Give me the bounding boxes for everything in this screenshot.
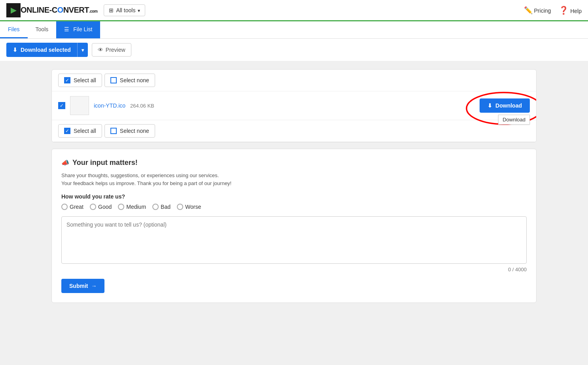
feedback-subtitle-line1: Share your thoughts, suggestions, or exp… [61, 172, 219, 178]
pricing-icon: ✏️ [524, 6, 533, 14]
rate-label: How would you rate us? [61, 193, 527, 200]
rating-great[interactable]: Great [61, 204, 83, 210]
pricing-link[interactable]: ✏️ Pricing [524, 6, 551, 15]
download-selected-wrapper: ⬇ Download selected [6, 43, 88, 57]
rating-medium[interactable]: Medium [118, 204, 146, 210]
file-thumbnail [70, 96, 89, 115]
header-left: ▶ ONLINE-CONVERT.com ⊞ All tools [6, 3, 145, 17]
help-icon: ❓ [559, 6, 569, 15]
select-none-checkbox-bottom [110, 128, 117, 134]
select-all-bottom-button[interactable]: ✓ Select all [58, 124, 102, 138]
rating-good-label: Good [98, 204, 112, 210]
download-selected-arrow[interactable] [77, 43, 88, 57]
select-all-top-button[interactable]: ✓ Select all [58, 74, 102, 87]
radio-good[interactable] [90, 204, 96, 210]
select-all-bottom-label: Select all [74, 128, 96, 134]
list-icon: ☰ [64, 26, 69, 32]
tab-file-list-label: File List [73, 26, 92, 32]
download-button[interactable]: ⬇ Download [480, 98, 530, 113]
eye-icon [98, 47, 103, 53]
select-all-top-label: Select all [74, 77, 96, 83]
feedback-textarea[interactable] [61, 216, 527, 264]
all-tools-button[interactable]: ⊞ All tools [104, 4, 145, 16]
chevron-down-icon [138, 7, 140, 13]
select-none-top-label: Select none [120, 77, 149, 83]
rating-great-label: Great [70, 204, 83, 210]
preview-button[interactable]: Preview [92, 43, 131, 57]
all-tools-label: All tools [116, 7, 135, 13]
select-all-checkbox-top: ✓ [64, 77, 70, 83]
radio-medium[interactable] [118, 204, 124, 210]
rating-medium-label: Medium [126, 204, 146, 210]
toolbar: ⬇ Download selected Preview [0, 39, 588, 61]
tab-file-list[interactable]: ☰ File List [56, 21, 100, 38]
rating-good[interactable]: Good [90, 204, 112, 210]
dropdown-arrow-icon [82, 47, 84, 53]
download-btn-label: Download [495, 102, 522, 109]
radio-great[interactable] [61, 204, 68, 210]
feedback-subtitle-line2: Your feedback helps us improve. Thank yo… [61, 180, 231, 186]
logo[interactable]: ▶ ONLINE-CONVERT.com [6, 3, 97, 17]
help-label: Help [570, 8, 582, 14]
download-selected-label: Download selected [21, 47, 71, 53]
feedback-title: Your input matters! [61, 159, 527, 167]
radio-bad[interactable] [152, 204, 159, 210]
download-selected-main[interactable]: ⬇ Download selected [6, 43, 77, 57]
feedback-title-text: Your input matters! [72, 159, 138, 167]
download-icon: ⬇ [13, 47, 17, 53]
top-select-bar: ✓ Select all Select none [52, 70, 536, 91]
char-count: 0 / 4000 [61, 267, 527, 272]
tab-tools[interactable]: Tools [28, 21, 57, 38]
rating-bad-label: Bad [161, 204, 171, 210]
header-right: ✏️ Pricing ❓ Help [524, 6, 582, 15]
preview-label: Preview [106, 47, 125, 53]
feedback-subtitle: Share your thoughts, suggestions, or exp… [61, 172, 527, 187]
main-content: ✓ Select all Select none icon-YTD.ico 26… [0, 61, 588, 311]
radio-worse[interactable] [177, 204, 183, 210]
submit-button[interactable]: Submit → [61, 279, 104, 293]
logo-icon: ▶ [6, 3, 21, 17]
rating-options: Great Good Medium Bad Worse [61, 204, 527, 210]
rating-bad[interactable]: Bad [152, 204, 171, 210]
rating-worse[interactable]: Worse [177, 204, 201, 210]
file-list-card: ✓ Select all Select none icon-YTD.ico 26… [51, 69, 537, 142]
file-checkbox[interactable] [58, 102, 65, 109]
arrow-right-icon: → [91, 283, 97, 289]
download-area: ⬇ Download Download [480, 98, 530, 113]
file-size: 264.06 KB [130, 103, 154, 109]
download-tooltip: Download [498, 115, 530, 125]
select-none-bottom-label: Select none [120, 128, 149, 134]
file-name[interactable]: icon-YTD.ico [94, 102, 125, 109]
download-selected-button[interactable]: ⬇ Download selected [6, 43, 88, 57]
tabs: Files Tools ☰ File List [0, 21, 588, 39]
file-info: icon-YTD.ico 264.06 KB [94, 102, 475, 109]
select-all-checkbox-bottom: ✓ [64, 128, 70, 134]
download-btn-icon: ⬇ [487, 102, 492, 109]
pricing-label: Pricing [534, 8, 551, 14]
header: ▶ ONLINE-CONVERT.com ⊞ All tools ✏️ Pric… [0, 0, 588, 21]
bottom-select-bar: ✓ Select all Select none [52, 120, 536, 142]
tooltip-text: Download [503, 117, 525, 123]
logo-text: ONLINE-CONVERT.com [21, 6, 97, 15]
feedback-card: Your input matters! Share your thoughts,… [51, 149, 537, 303]
file-row: icon-YTD.ico 264.06 KB ⬇ Download Downlo… [52, 91, 536, 120]
grid-icon: ⊞ [109, 7, 114, 13]
tab-files[interactable]: Files [0, 21, 28, 38]
select-none-checkbox-top [110, 77, 117, 83]
tab-files-label: Files [8, 26, 20, 32]
tab-tools-label: Tools [36, 26, 49, 32]
submit-label: Submit [69, 283, 88, 289]
select-none-bottom-button[interactable]: Select none [104, 124, 155, 138]
megaphone-icon [61, 159, 69, 167]
help-link[interactable]: ❓ Help [559, 6, 582, 15]
select-none-top-button[interactable]: Select none [104, 74, 155, 87]
rating-worse-label: Worse [185, 204, 201, 210]
